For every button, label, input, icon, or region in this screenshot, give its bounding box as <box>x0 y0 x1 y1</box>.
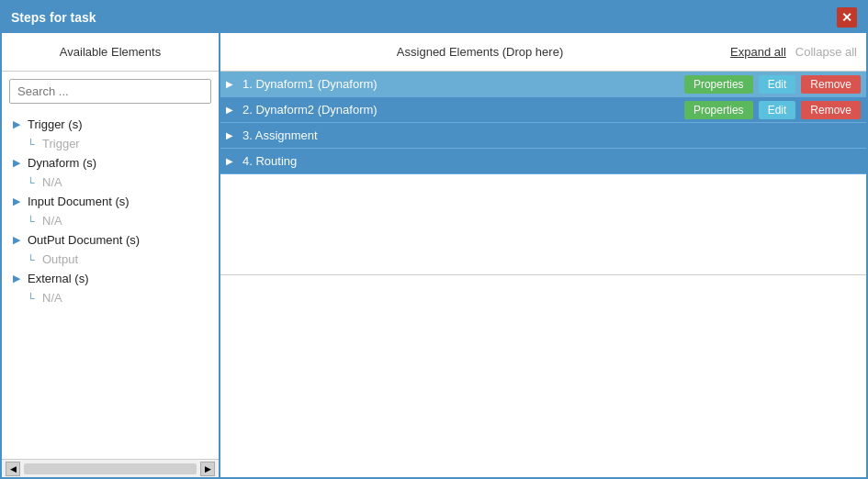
tree-leaf-icon: └ <box>28 139 39 150</box>
tree-item-label: Input Document (s) <box>28 195 130 208</box>
tree-item-input-doc-category[interactable]: ▶Input Document (s) <box>2 192 219 211</box>
assigned-row-row3: ▶ 3. Assignment <box>220 123 866 149</box>
tree-item-trigger-category[interactable]: ▶Trigger (s) <box>2 115 219 134</box>
scrollbar-area: ◀ ▶ <box>2 459 219 477</box>
assigned-row-row2: ▶ 2. Dynaform2 (Dynaform) Properties Edi… <box>220 97 866 123</box>
tree-item-external-leaf[interactable]: └N/A <box>2 288 219 307</box>
scroll-track[interactable] <box>24 463 197 474</box>
assigned-elements-label: Assigned Elements (Drop here) <box>230 45 730 59</box>
tree-item-label: OutPut Document (s) <box>28 233 140 247</box>
scroll-right-arrow[interactable]: ▶ <box>200 462 215 476</box>
tree-item-external-category[interactable]: ▶External (s) <box>2 269 219 288</box>
tree-expand-icon: ▶ <box>13 118 24 130</box>
row-expand-icon: ▶ <box>226 156 237 166</box>
assigned-row-row1: ▶ 1. Dynaform1 (Dynaform) Properties Edi… <box>220 72 866 97</box>
tree-expand-icon: ▶ <box>13 234 24 246</box>
tree-item-dynaform-leaf[interactable]: └N/A <box>2 173 219 192</box>
tree-item-trigger-leaf[interactable]: └Trigger <box>2 134 219 153</box>
row-label: 1. Dynaform1 (Dynaform) <box>242 77 679 91</box>
tree-leaf-icon: └ <box>28 216 39 227</box>
right-panel: Assigned Elements (Drop here) Expand all… <box>220 33 866 477</box>
tree-item-dynaform-category[interactable]: ▶Dynaform (s) <box>2 153 219 173</box>
search-input[interactable] <box>9 79 211 104</box>
left-panel: Available Elements ▶Trigger (s)└Trigger▶… <box>2 33 220 477</box>
drop-zone <box>220 274 866 478</box>
tree-expand-icon: ▶ <box>13 195 24 207</box>
edit-button[interactable]: Edit <box>759 101 796 119</box>
collapse-all-button[interactable]: Collapse all <box>795 45 857 59</box>
tree-leaf-icon: └ <box>28 254 39 265</box>
tree-item-label: N/A <box>42 175 62 189</box>
dialog: Steps for task ✕ Available Elements ▶Tri… <box>0 0 868 479</box>
tree-leaf-icon: └ <box>28 293 39 304</box>
tree-item-input-doc-leaf[interactable]: └N/A <box>2 211 219 230</box>
tree-item-label: Dynaform (s) <box>28 156 96 170</box>
tree-item-output-doc-category[interactable]: ▶OutPut Document (s) <box>2 230 219 250</box>
assigned-list: ▶ 1. Dynaform1 (Dynaform) Properties Edi… <box>220 72 866 274</box>
left-panel-header: Available Elements <box>2 33 219 72</box>
tree-item-label: N/A <box>42 291 62 305</box>
properties-button[interactable]: Properties <box>684 75 753 94</box>
main-content: Available Elements ▶Trigger (s)└Trigger▶… <box>2 33 866 477</box>
row-expand-icon: ▶ <box>226 79 237 89</box>
right-panel-header: Assigned Elements (Drop here) Expand all… <box>220 33 866 72</box>
tree-item-label: Output <box>42 252 78 266</box>
close-button[interactable]: ✕ <box>837 7 857 28</box>
assigned-row-row4: ▶ 4. Routing <box>220 149 866 174</box>
tree-leaf-icon: └ <box>28 177 39 188</box>
row-label: 3. Assignment <box>242 128 861 142</box>
tree-item-output-doc-leaf[interactable]: └Output <box>2 250 219 269</box>
row-expand-icon: ▶ <box>226 105 237 115</box>
remove-button[interactable]: Remove <box>801 75 861 94</box>
tree-expand-icon: ▶ <box>13 273 24 284</box>
tree-item-label: External (s) <box>28 272 88 285</box>
row-label: 4. Routing <box>242 154 861 168</box>
row-label: 2. Dynaform2 (Dynaform) <box>242 103 679 117</box>
tree-expand-icon: ▶ <box>13 157 24 169</box>
dialog-title: Steps for task <box>11 10 96 25</box>
row-expand-icon: ▶ <box>226 130 237 140</box>
tree-item-label: Trigger (s) <box>28 117 82 131</box>
title-bar: Steps for task ✕ <box>2 2 866 33</box>
tree-container: ▶Trigger (s)└Trigger▶Dynaform (s)└N/A▶In… <box>2 111 219 459</box>
remove-button[interactable]: Remove <box>801 101 861 119</box>
scroll-left-arrow[interactable]: ◀ <box>6 462 20 476</box>
expand-all-button[interactable]: Expand all <box>730 45 786 59</box>
properties-button[interactable]: Properties <box>684 101 753 119</box>
edit-button[interactable]: Edit <box>759 75 796 94</box>
tree-item-label: Trigger <box>42 137 80 150</box>
tree-item-label: N/A <box>42 214 62 228</box>
